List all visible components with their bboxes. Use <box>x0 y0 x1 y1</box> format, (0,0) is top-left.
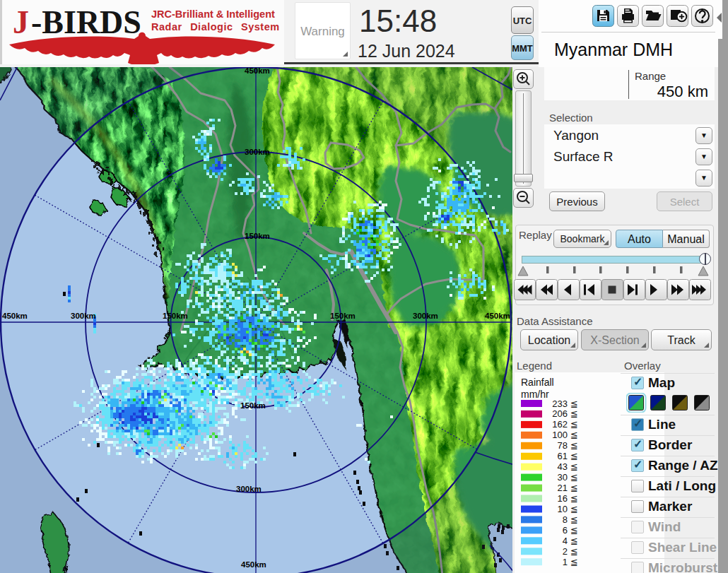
svg-text:≦: ≦ <box>570 408 578 419</box>
svg-text:16: 16 <box>558 493 568 504</box>
svg-text:150km: 150km <box>245 232 270 240</box>
svg-text:≦: ≦ <box>570 546 578 557</box>
svg-text:100: 100 <box>552 430 568 440</box>
svg-text:1: 1 <box>563 557 568 567</box>
svg-text:≦: ≦ <box>570 440 578 451</box>
svg-text:21: 21 <box>558 483 568 493</box>
svg-text:≦: ≦ <box>570 419 578 430</box>
svg-text:8: 8 <box>563 514 568 525</box>
svg-text:JRC-Brilliant & Intelligent: JRC-Brilliant & Intelligent <box>151 8 275 20</box>
svg-text:≦: ≦ <box>570 504 578 514</box>
svg-text:450km: 450km <box>2 312 28 320</box>
svg-text:2: 2 <box>563 546 568 557</box>
svg-text:150km: 150km <box>330 312 356 320</box>
svg-text:450km: 450km <box>485 312 510 320</box>
svg-text:43: 43 <box>558 461 568 472</box>
svg-text:233: 233 <box>552 400 568 409</box>
svg-text:≦: ≦ <box>570 493 578 504</box>
svg-text:≦: ≦ <box>570 525 578 536</box>
svg-text:≦: ≦ <box>570 483 578 493</box>
svg-text:300km: 300km <box>236 485 262 493</box>
svg-text:≦: ≦ <box>570 461 578 472</box>
svg-text:78: 78 <box>558 440 568 451</box>
svg-text:≦: ≦ <box>570 430 578 440</box>
svg-text:≦: ≦ <box>570 536 578 546</box>
svg-text:450km: 450km <box>245 67 270 75</box>
svg-text:6: 6 <box>563 525 568 536</box>
svg-text:162: 162 <box>552 419 568 430</box>
svg-text:≦: ≦ <box>570 400 578 409</box>
svg-text:Radar Dialogic System: Radar Dialogic System <box>151 21 280 33</box>
svg-text:300km: 300km <box>245 148 270 156</box>
svg-text:4: 4 <box>563 536 568 546</box>
svg-text:300km: 300km <box>71 312 96 320</box>
svg-text:206: 206 <box>552 408 568 419</box>
svg-text:≦: ≦ <box>570 557 578 567</box>
svg-text:≦: ≦ <box>570 451 578 461</box>
svg-text:≦: ≦ <box>570 514 578 525</box>
svg-text:300km: 300km <box>413 312 438 320</box>
svg-text:10: 10 <box>558 504 568 514</box>
svg-text:J: J <box>13 4 29 40</box>
svg-text:450km: 450km <box>241 560 266 569</box>
svg-text:≦: ≦ <box>570 472 578 483</box>
svg-text:150km: 150km <box>163 312 188 320</box>
svg-text:61: 61 <box>558 451 568 461</box>
svg-text:-BIRDS: -BIRDS <box>31 4 141 40</box>
svg-text:30: 30 <box>558 472 568 483</box>
svg-text:150km: 150km <box>240 401 266 410</box>
